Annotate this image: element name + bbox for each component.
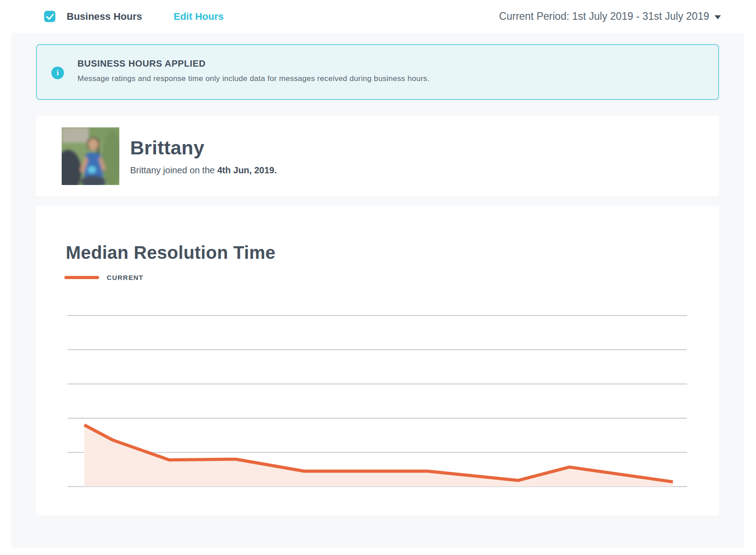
profile-name: Brittany [130,137,277,159]
joined-date: 4th Jun, 2019. [217,165,276,175]
chart-card: Median Resolution Time CURRENT [36,206,719,516]
legend-swatch-current [64,276,99,279]
profile-joined-text: Brittany joined on the 4th Jun, 2019. [130,165,277,176]
business-hours-checkbox[interactable] [44,11,55,22]
chart-title: Median Resolution Time [66,243,276,263]
content-panel: BUSINESS HOURS APPLIED Message ratings a… [11,33,744,548]
profile-card: Brittany Brittany joined on the 4th Jun,… [36,116,719,197]
resolution-time-chart [68,287,687,488]
banner-text: BUSINESS HOURS APPLIED Message ratings a… [77,59,430,99]
banner-title: BUSINESS HOURS APPLIED [77,59,430,69]
caret-down-icon [715,15,721,19]
business-hours-banner: BUSINESS HOURS APPLIED Message ratings a… [36,44,719,100]
profile-text: Brittany Brittany joined on the 4th Jun,… [130,137,277,176]
chart-legend: CURRENT [64,273,144,281]
info-icon [51,67,64,79]
business-hours-label[interactable]: Business Hours [67,11,142,23]
joined-prefix: Brittany joined on the [130,165,217,175]
edit-hours-link[interactable]: Edit Hours [174,11,224,23]
current-period-dropdown[interactable]: Current Period: 1st July 2019 - 31st Jul… [499,10,721,23]
banner-message: Message ratings and response time only i… [77,74,430,83]
top-bar: Business Hours Edit Hours Current Period… [0,0,756,33]
legend-label-current: CURRENT [107,273,144,281]
current-period-label: Current Period: 1st July 2019 - 31st Jul… [499,10,709,23]
profile-photo [62,127,119,185]
